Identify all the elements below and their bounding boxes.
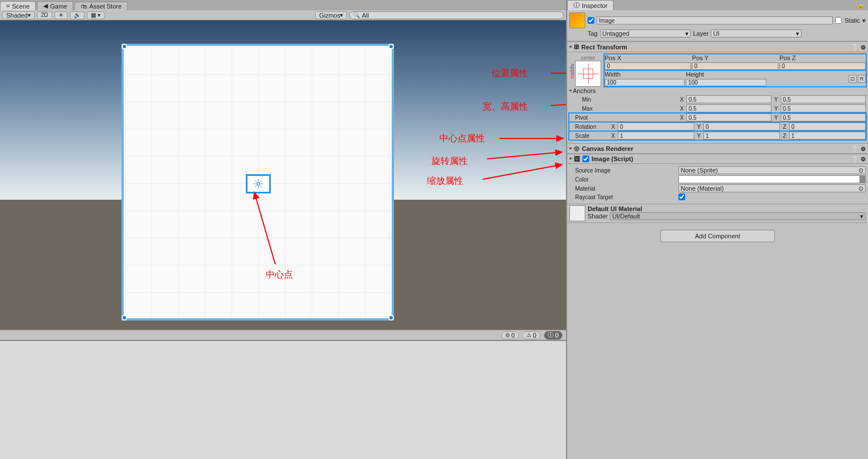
gear-icon[interactable] bbox=[861, 44, 866, 50]
layer-label: Layer bbox=[693, 30, 709, 37]
ann-position: 位置属性 bbox=[492, 68, 528, 79]
shader-label: Shader bbox=[588, 213, 607, 220]
scene-toolbar: Shaded ▾ 2D ☀ 🔊 ▦ ▾ Gizmos ▾ 🔍 All bbox=[0, 10, 566, 20]
anchors-label: Anchors bbox=[573, 87, 596, 94]
rot-z-field[interactable] bbox=[789, 123, 866, 130]
help-icon[interactable] bbox=[852, 145, 858, 152]
rot-y-field[interactable] bbox=[703, 123, 780, 130]
shader-dropdown[interactable]: UI/Default▾ bbox=[610, 212, 866, 220]
pivot-y-field[interactable] bbox=[781, 113, 866, 121]
lock-icon[interactable]: 🔒 bbox=[853, 1, 868, 10]
canvas-renderer-title: Canvas Renderer bbox=[582, 145, 634, 152]
height-field[interactable] bbox=[686, 79, 766, 86]
audio-toggle[interactable]: 🔊 bbox=[70, 11, 85, 19]
tab-scene[interactable]: ⌗Scene bbox=[0, 1, 36, 10]
raw-button[interactable]: R bbox=[858, 75, 866, 83]
image-title: Image (Script) bbox=[592, 155, 633, 162]
canvas-renderer-component: ◎Canvas Renderer bbox=[567, 143, 868, 154]
anchor-minx-field[interactable] bbox=[686, 95, 771, 103]
foldout-icon[interactable] bbox=[569, 148, 572, 150]
mode-2d-button[interactable]: 2D bbox=[37, 11, 52, 19]
scene-search[interactable]: 🔍 All bbox=[349, 11, 564, 19]
tag-dropdown[interactable]: Untagged▾ bbox=[600, 30, 691, 37]
posx-field[interactable] bbox=[605, 62, 691, 70]
width-label: Width bbox=[605, 71, 685, 78]
foldout-icon[interactable] bbox=[569, 46, 572, 48]
posy-field[interactable] bbox=[692, 62, 778, 70]
shaded-dropdown[interactable]: Shaded ▾ bbox=[2, 11, 35, 19]
material-field[interactable]: None (Material)⊙ bbox=[678, 184, 866, 192]
blueprint-button[interactable]: ⊡ bbox=[849, 75, 857, 83]
raycast-checkbox[interactable] bbox=[678, 193, 685, 200]
ann-wh: 宽、高属性 bbox=[483, 101, 528, 113]
material-label: Material bbox=[569, 186, 677, 192]
static-label: Static bbox=[844, 17, 860, 24]
gizmos-dropdown[interactable]: Gizmos ▾ bbox=[315, 11, 347, 19]
ann-pivot: 中心点属性 bbox=[439, 133, 485, 145]
anchor-maxy-field[interactable] bbox=[781, 104, 866, 112]
color-field[interactable] bbox=[678, 175, 866, 183]
posz-field[interactable] bbox=[779, 62, 866, 70]
static-checkbox[interactable] bbox=[835, 17, 842, 24]
posy-label: Pos Y bbox=[692, 54, 778, 61]
ann-center: 中心点 bbox=[266, 269, 293, 281]
active-checkbox[interactable] bbox=[588, 17, 594, 24]
pivot-label: Pivot bbox=[569, 115, 677, 121]
scene-view[interactable]: 中心点 位置属性 宽、高属性 中心点属性 旋转属性 缩放属性 bbox=[0, 20, 566, 330]
warn-count[interactable]: ⚠ 0 bbox=[522, 331, 540, 339]
object-header: Static ▾ Tag Untagged▾ Layer UI▾ bbox=[567, 10, 868, 41]
anchor-maxx-field[interactable] bbox=[686, 104, 771, 112]
handle-br[interactable] bbox=[388, 315, 394, 321]
posz-label: Pos Z bbox=[779, 54, 866, 61]
anchor-miny-field[interactable] bbox=[781, 95, 866, 103]
add-component-button[interactable]: Add Component bbox=[660, 230, 775, 242]
foldout-icon[interactable] bbox=[569, 158, 572, 160]
scale-label: Scale bbox=[569, 133, 609, 139]
gear-icon[interactable] bbox=[861, 145, 866, 152]
scene-statusbar: ⊘ 0 ⚠ 0 ⓘ 0 bbox=[0, 330, 566, 340]
object-icon bbox=[569, 12, 585, 28]
tag-label: Tag bbox=[588, 30, 598, 37]
console-panel bbox=[0, 340, 566, 459]
info-count[interactable]: ⓘ 0 bbox=[544, 331, 563, 340]
anchors-foldout[interactable] bbox=[569, 90, 572, 92]
ann-rotation: 旋转属性 bbox=[431, 155, 468, 167]
rot-x-field[interactable] bbox=[618, 123, 694, 130]
anchor-preset-button[interactable] bbox=[575, 61, 601, 87]
material-preview-icon bbox=[569, 205, 585, 221]
default-material-component: Default UI MaterialShaderUI/Default▾ bbox=[567, 204, 868, 223]
width-field[interactable] bbox=[605, 79, 685, 86]
layer-dropdown[interactable]: UI▾ bbox=[711, 30, 802, 37]
scale-z-field[interactable] bbox=[789, 132, 866, 140]
middle-label: middle bbox=[569, 64, 575, 79]
source-image-field[interactable]: None (Sprite)⊙ bbox=[678, 166, 866, 174]
rect-icon: ⊞ bbox=[574, 43, 579, 50]
ann-scale: 缩放属性 bbox=[427, 175, 463, 187]
light-toggle[interactable]: ☀ bbox=[54, 11, 68, 19]
fx-toggle[interactable]: ▦ ▾ bbox=[87, 11, 104, 19]
help-icon[interactable] bbox=[852, 155, 858, 162]
selected-image[interactable] bbox=[246, 174, 271, 193]
rotation-label: Rotation bbox=[569, 124, 609, 130]
tab-game[interactable]: ◀Game bbox=[37, 1, 73, 10]
tab-inspector[interactable]: ⓘInspector bbox=[567, 0, 614, 10]
help-icon[interactable] bbox=[852, 44, 858, 50]
raycast-label: Raycast Target bbox=[569, 194, 677, 200]
handle-bl[interactable] bbox=[121, 315, 127, 321]
handle-tl[interactable] bbox=[121, 44, 127, 49]
center-label: center bbox=[575, 55, 601, 61]
ui-canvas[interactable] bbox=[124, 46, 392, 318]
scene-tabs: ⌗Scene ◀Game 🛍Asset Store bbox=[0, 0, 566, 10]
gear-icon[interactable] bbox=[861, 155, 866, 162]
max-label: Max bbox=[569, 106, 677, 112]
object-name-field[interactable] bbox=[597, 16, 833, 24]
image-enabled-checkbox[interactable] bbox=[582, 155, 589, 162]
tab-asset-store[interactable]: 🛍Asset Store bbox=[74, 2, 128, 10]
pivot-x-field[interactable] bbox=[686, 113, 771, 121]
scale-x-field[interactable] bbox=[618, 132, 694, 140]
error-count[interactable]: ⊘ 0 bbox=[501, 331, 519, 339]
scale-y-field[interactable] bbox=[703, 132, 780, 140]
handle-tr[interactable] bbox=[388, 44, 394, 49]
material-title: Default UI Material bbox=[588, 205, 866, 212]
source-image-label: Source Image bbox=[569, 167, 677, 174]
